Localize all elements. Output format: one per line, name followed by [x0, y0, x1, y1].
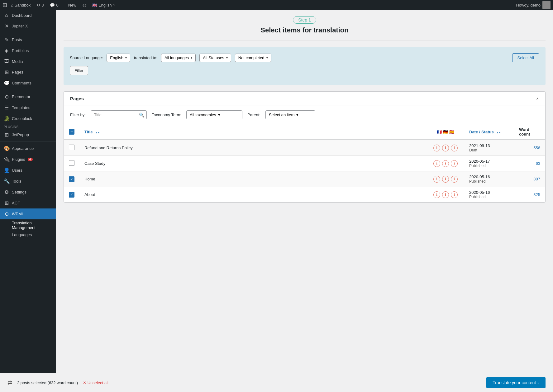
collapse-icon[interactable]: ∧: [536, 96, 539, 101]
portfolios-icon: ◈: [4, 48, 9, 54]
title-input[interactable]: [91, 110, 147, 119]
row-checkbox-checked[interactable]: ✓: [69, 192, 74, 198]
all-statuses-select[interactable]: All Statuses ▾: [199, 54, 231, 62]
row-checkbox-unchecked[interactable]: [69, 145, 74, 150]
sidebar-item-dashboard[interactable]: ⌂ Dashboard: [0, 10, 56, 21]
translate-content-button[interactable]: Translate your content ↓: [486, 377, 546, 388]
flags-wrap: ℹ ℹ ℹ: [432, 145, 459, 151]
language-selector[interactable]: 🇬🇧 English ?: [90, 0, 118, 10]
not-completed-select[interactable]: Not completed ▾: [235, 54, 271, 62]
flag-uk-icon: 🇬🇧: [92, 3, 97, 7]
comments-icon: 💬: [50, 3, 55, 7]
flags-wrap: ℹ ℹ ℹ: [432, 191, 459, 198]
row-word-count: 307: [533, 177, 540, 181]
step-badge: Step 1: [64, 16, 546, 26]
jetpopup-icon: ⊞: [4, 132, 9, 138]
comments-link[interactable]: 💬 0: [47, 0, 61, 10]
parent-chevron-icon: ▾: [296, 112, 298, 117]
topbar-right: Howdy, demo: [516, 1, 551, 9]
site-name[interactable]: ⌂ Sandbox: [8, 0, 33, 10]
flag-de-info[interactable]: ℹ: [442, 176, 449, 183]
row-date: 2021-09-13: [469, 143, 509, 148]
table-row: Case Study ℹ ℹ ℹ 2020-05-17 Published63: [64, 156, 545, 171]
flag-de-info[interactable]: ℹ: [442, 191, 449, 198]
sidebar-item-settings[interactable]: ⚙ Settings: [0, 187, 56, 198]
flag-de-info[interactable]: ℹ: [442, 145, 449, 151]
flag-es-info[interactable]: ℹ: [451, 191, 458, 198]
row-status: Draft: [469, 148, 509, 152]
not-completed-chevron-icon: ▾: [266, 56, 268, 60]
updates-link[interactable]: ↻ 8: [34, 0, 46, 10]
updates-icon: ↻: [37, 3, 40, 7]
row-date: 2020-05-16: [469, 190, 509, 195]
dashboard-icon: ⌂: [4, 12, 9, 18]
settings-icon: ⚙: [4, 189, 9, 195]
page-title: Select items for translation: [64, 26, 546, 34]
title-column-header[interactable]: Title ▲▼: [79, 124, 427, 140]
minus-icon: −: [70, 129, 73, 134]
flag-es-info[interactable]: ℹ: [451, 145, 458, 151]
sidebar-item-acf[interactable]: ⊞ ACF: [0, 198, 56, 208]
pages-table: − Title ▲▼ 🇫🇷 🇩🇪 🇪🇸: [64, 124, 545, 202]
pages-section-header: Pages ∧: [64, 92, 545, 106]
sidebar-sub-languages[interactable]: Languages: [0, 231, 56, 238]
sidebar-item-crocoblock[interactable]: 🐊 Crocoblock: [0, 113, 56, 124]
sidebar-item-templates[interactable]: ☰ Templates: [0, 102, 56, 113]
row-status: Published: [469, 164, 509, 168]
taxonomy-select[interactable]: All taxonomies ▾: [186, 110, 242, 119]
flag-fr-info[interactable]: ℹ: [433, 176, 440, 183]
date-sort-icon: ▲▼: [496, 131, 501, 134]
select-all-button[interactable]: Select All: [512, 53, 539, 62]
translate-topbar-icon[interactable]: ◎: [80, 0, 88, 10]
flag-fr-info[interactable]: ℹ: [433, 160, 440, 167]
search-icon: 🔍: [139, 112, 144, 117]
sidebar-item-media[interactable]: 🖼 Media: [0, 56, 56, 67]
parent-select[interactable]: Select an item ▾: [265, 110, 315, 119]
sidebar-item-plugins[interactable]: 🔌 Plugins 4: [0, 154, 56, 165]
sidebar-item-wpml[interactable]: ⊙ WPML: [0, 208, 56, 219]
filter-row-2: Filter: [70, 66, 539, 75]
filter-button[interactable]: Filter: [70, 66, 88, 75]
sidebar-item-jetpopup[interactable]: ⊞ JetPopup: [0, 129, 56, 140]
sidebar-item-appearance[interactable]: 🎨 Appearance: [0, 143, 56, 154]
row-title: Home: [84, 177, 95, 181]
filter-section: Source Language: English ▾ translated to…: [64, 47, 546, 85]
sidebar-item-portfolios[interactable]: ◈ Portfolios: [0, 45, 56, 56]
flag-fr-info[interactable]: ℹ: [433, 145, 440, 151]
source-language-chevron-icon: ▾: [125, 56, 127, 60]
jupiterx-icon: ✕: [4, 23, 9, 29]
sidebar: ⌂ Dashboard ✕ Jupiter X ✎ Posts ◈ Portfo…: [0, 10, 56, 373]
main-content: Step 1 Select items for translation Sour…: [56, 10, 553, 373]
row-date: 2020-05-17: [469, 159, 509, 164]
all-statuses-chevron-icon: ▾: [226, 56, 228, 60]
row-checkbox-checked[interactable]: ✓: [69, 176, 74, 182]
media-icon: 🖼: [4, 59, 9, 64]
source-language-select[interactable]: English ▾: [107, 54, 130, 62]
search-icon-button[interactable]: 🔍: [139, 112, 144, 117]
flag-es-info[interactable]: ℹ: [451, 176, 458, 183]
sidebar-item-pages[interactable]: ⊞ Pages: [0, 67, 56, 78]
sidebar-item-elementor[interactable]: ⊙ Elementor: [0, 91, 56, 102]
new-button[interactable]: + New: [62, 0, 79, 10]
sidebar-item-tools[interactable]: 🔧 Tools: [0, 176, 56, 187]
header-select-all-checkbox[interactable]: −: [69, 129, 74, 135]
table-filter-row: Filter by: 🔍 Taxonomy Term: All taxonomi…: [64, 106, 545, 124]
sidebar-item-users[interactable]: 👤 Users: [0, 165, 56, 176]
sidebar-sub-translation-management[interactable]: Translation Management: [0, 219, 56, 231]
flags-wrap: ℹ ℹ ℹ: [432, 160, 459, 167]
flag-es-info[interactable]: ℹ: [451, 160, 458, 167]
unselect-all-button[interactable]: ✕ Unselect all: [83, 380, 108, 385]
howdy-text: Howdy, demo: [516, 3, 541, 7]
wpml-icon: ⊙: [4, 211, 9, 217]
row-checkbox-unchecked[interactable]: [69, 160, 74, 166]
date-status-column-header[interactable]: Date / Status ▲▼: [464, 124, 514, 140]
all-languages-select[interactable]: All languages ▾: [161, 54, 196, 62]
flag-de-info[interactable]: ℹ: [442, 160, 449, 167]
title-input-wrap: 🔍: [91, 110, 147, 119]
flag-fr-info[interactable]: ℹ: [433, 191, 440, 198]
sidebar-item-posts[interactable]: ✎ Posts: [0, 34, 56, 45]
avatar[interactable]: [542, 1, 551, 9]
sidebar-item-comments[interactable]: 💬 Comments: [0, 78, 56, 88]
wp-logo-icon[interactable]: ⊞: [2, 2, 7, 8]
sidebar-item-jupiterx[interactable]: ✕ Jupiter X: [0, 21, 56, 31]
